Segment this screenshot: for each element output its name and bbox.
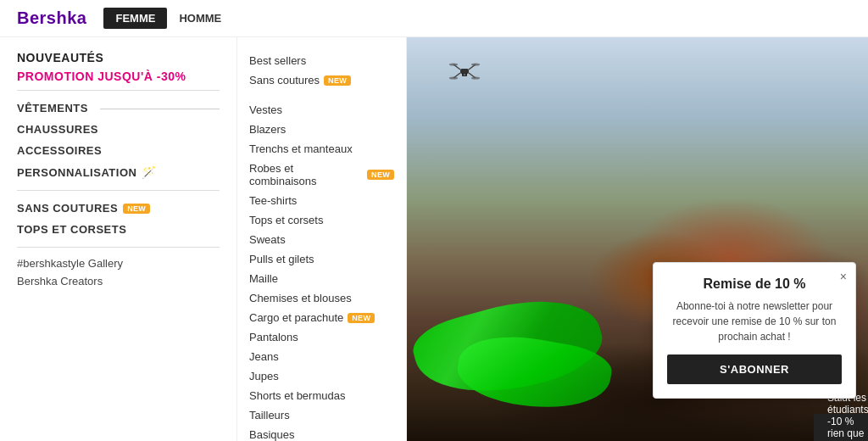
sidebar-nouveautes[interactable]: NOUVEAUTÉS: [17, 51, 220, 64]
svg-point-10: [464, 74, 466, 76]
drone-icon: [449, 61, 480, 87]
sidebar-chaussures[interactable]: CHAUSSURES: [17, 119, 220, 140]
menu-sans-coutures[interactable]: Sans coutures NEW: [249, 70, 394, 90]
sidebar-vetements[interactable]: VÊTEMENTS: [17, 98, 220, 119]
svg-point-5: [449, 64, 458, 66]
menu-shorts-bermudas[interactable]: Shorts et bermudas: [249, 386, 394, 405]
popup-title: Remise de 10 %: [667, 276, 842, 292]
menu-jeans[interactable]: Jeans: [249, 347, 394, 366]
menu-best-sellers[interactable]: Best sellers: [249, 51, 394, 70]
divider-1: [17, 90, 220, 91]
menu-cargo-parachute[interactable]: Cargo et parachute NEW: [249, 308, 394, 327]
tab-femme[interactable]: FEMME: [103, 8, 167, 29]
menu-basiques[interactable]: Basiques: [249, 425, 394, 441]
svg-point-6: [471, 64, 480, 66]
menu-group-2: Vestes Blazers Trenchs et manteaux Robes…: [249, 100, 394, 441]
sidebar-tops-corsets[interactable]: TOPS ET CORSETS: [17, 219, 220, 240]
svg-point-8: [471, 77, 480, 80]
badge-new-sans-coutures-menu: NEW: [324, 75, 351, 86]
middle-menu: Best sellers Sans coutures NEW Vestes Bl…: [237, 37, 407, 441]
svg-point-7: [449, 77, 458, 80]
sidebar: NOUVEAUTÉS PROMOTION JUSQU'À -30% VÊTEME…: [0, 37, 237, 441]
sidebar-creators[interactable]: Bershka Creators: [17, 272, 220, 290]
menu-pulls-gilets[interactable]: Pulls et gilets: [249, 249, 394, 269]
menu-blazers[interactable]: Blazers: [249, 120, 394, 139]
bottom-banner: Salut les étudiants, -10 % rien que pour…: [814, 414, 868, 441]
divider-line: [100, 109, 220, 109]
newsletter-popup: × Remise de 10 % Abonne-toi à notre news…: [653, 262, 856, 399]
banner-student-text: Salut les étudiants, -10 % rien que pour…: [827, 392, 868, 441]
menu-trenchs[interactable]: Trenchs et manteaux: [249, 139, 394, 159]
menu-jupes[interactable]: Jupes: [249, 366, 394, 386]
sidebar-accessoires[interactable]: ACCESSOIRES: [17, 140, 220, 161]
menu-sweats[interactable]: Sweats: [249, 230, 394, 249]
tab-homme[interactable]: HOMME: [167, 8, 233, 29]
popup-subscribe-button[interactable]: S'ABONNER: [667, 354, 842, 384]
menu-robes[interactable]: Robes et combinaisons NEW: [249, 159, 394, 191]
header: Bershka FEMME HOMME: [0, 0, 868, 37]
logo[interactable]: Bershka: [17, 8, 86, 28]
menu-group-1: Best sellers Sans coutures NEW: [249, 51, 394, 90]
badge-new-robes: NEW: [367, 170, 394, 180]
wand-icon: 🪄: [142, 165, 157, 179]
popup-description: Abonne-toi à notre newsletter pour recev…: [667, 299, 842, 344]
sidebar-sans-coutures[interactable]: SANS COUTURES NEW: [17, 198, 220, 219]
menu-pantalons[interactable]: Pantalons: [249, 327, 394, 347]
popup-close-button[interactable]: ×: [840, 270, 847, 283]
main-content: NOUVEAUTÉS PROMOTION JUSQU'À -30% VÊTEME…: [0, 37, 868, 441]
menu-vestes[interactable]: Vestes: [249, 100, 394, 120]
divider-2: [17, 190, 220, 191]
menu-tops-corsets[interactable]: Tops et corsets: [249, 210, 394, 230]
sidebar-promo[interactable]: PROMOTION JUSQU'À -30%: [17, 70, 220, 83]
sidebar-gallery[interactable]: #bershkastyle Gallery: [17, 254, 220, 272]
menu-chemises-blouses[interactable]: Chemises et blouses: [249, 288, 394, 308]
menu-tailleurs[interactable]: Tailleurs: [249, 405, 394, 425]
sidebar-personnalisation[interactable]: PERSONNALISATION 🪄: [17, 161, 220, 183]
menu-maille[interactable]: Maille: [249, 269, 394, 288]
divider-3: [17, 247, 220, 248]
hero-image: × Remise de 10 % Abonne-toi à notre news…: [407, 37, 868, 441]
badge-new-cargo: NEW: [348, 313, 375, 323]
badge-new-sans-coutures: NEW: [123, 204, 150, 214]
menu-tee-shirts[interactable]: Tee-shirts: [249, 191, 394, 210]
